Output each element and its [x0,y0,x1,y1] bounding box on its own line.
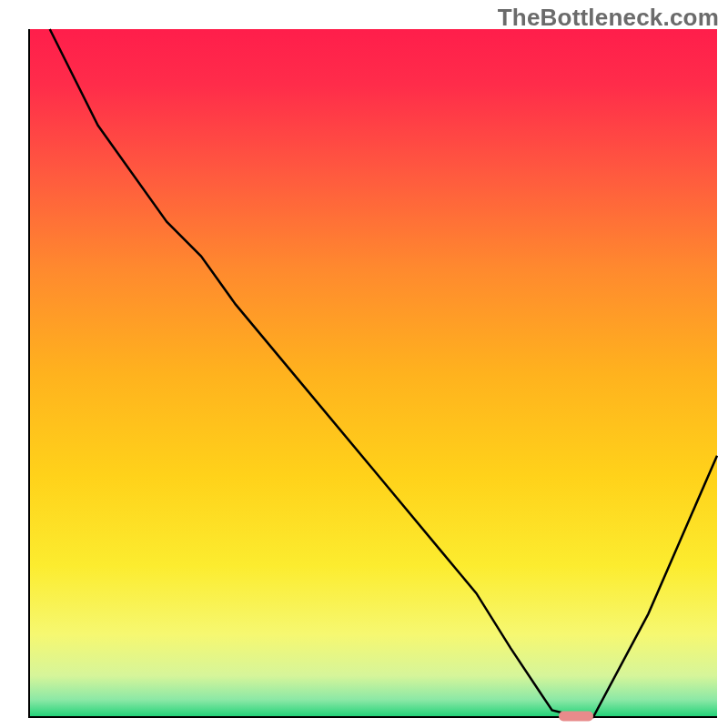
watermark-label: TheBottleneck.com [498,4,719,32]
chart-svg [0,0,728,728]
optimal-range-marker [559,712,593,722]
plot-background [29,29,717,717]
bottleneck-chart: TheBottleneck.com [0,0,728,728]
